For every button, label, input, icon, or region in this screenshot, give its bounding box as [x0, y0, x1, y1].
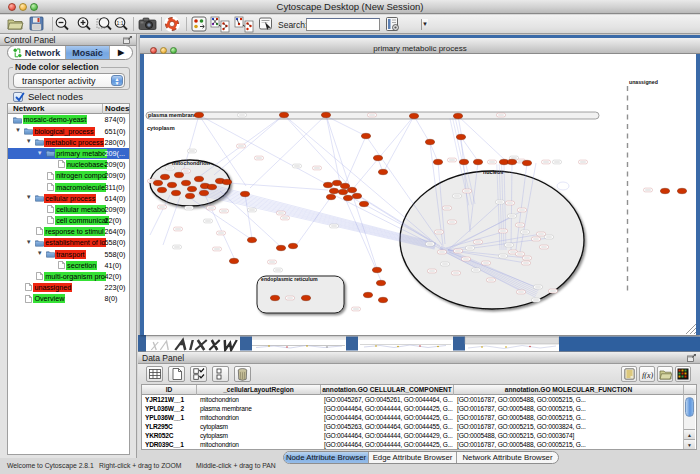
network-node[interactable]	[247, 237, 256, 242]
attribute-table-button[interactable]	[146, 366, 163, 382]
network-node[interactable]	[453, 113, 462, 118]
table-cell[interactable]: [GO:0016787, GO:0005488, GO:0005215, G..…	[454, 404, 684, 413]
network-node[interactable]	[363, 292, 372, 297]
network-node[interactable]	[181, 180, 190, 185]
network-node[interactable]	[677, 188, 686, 193]
network-node[interactable]	[194, 112, 203, 117]
zoom-selected-region-button[interactable]	[96, 16, 113, 33]
tree-row[interactable]: ▼transport558(0)	[8, 248, 129, 259]
tree-row-label[interactable]: metabolic process	[44, 138, 104, 147]
network-node[interactable]	[194, 176, 203, 181]
open-attribute-file-button[interactable]	[657, 366, 673, 382]
tree-row[interactable]: response to stimul264(0)	[8, 226, 129, 237]
tree-row[interactable]: nucleobase-209(0)	[8, 159, 129, 170]
tree-row-label[interactable]: unassigned	[33, 283, 72, 292]
network-node[interactable]	[279, 112, 288, 117]
tree-row-label[interactable]: Overview	[33, 294, 65, 303]
select-attributes-button[interactable]	[190, 366, 207, 382]
search-dropdown-button[interactable]: ▼	[421, 19, 428, 30]
table-column-header[interactable]: annotation.GO CELLULAR_COMPONENT	[321, 385, 454, 395]
expand-arrow-icon[interactable]: ▼	[26, 239, 33, 246]
network-node[interactable]	[343, 195, 352, 200]
network-node[interactable]	[352, 193, 361, 198]
network-node[interactable]	[459, 159, 468, 164]
tree-row[interactable]: macromolecule311(0)	[8, 181, 129, 192]
tree-row-label[interactable]: nitrogen compo	[55, 171, 107, 180]
table-row[interactable]: YLR295Ccytoplasm[GO:0045263, GO:0044464,…	[142, 422, 696, 431]
tab-node-attribute-browser[interactable]: Node Attribute Browser	[284, 452, 369, 463]
tab-mosaic[interactable]: Mosaic	[66, 46, 110, 59]
network-node[interactable]	[288, 243, 297, 248]
network-node[interactable]	[332, 180, 341, 185]
network-node[interactable]	[473, 159, 482, 164]
table-cell[interactable]: [GO:0016787, GO:0005488, GO:0005215, G..…	[454, 440, 684, 449]
annotation-button[interactable]	[258, 16, 274, 33]
tree-row-label[interactable]: secretion	[66, 261, 97, 270]
network-node[interactable]	[171, 190, 180, 195]
tab-network[interactable]: Network	[8, 46, 66, 59]
network-node[interactable]	[229, 258, 238, 263]
table-cell[interactable]: [GO:0045263, GO:0044464, GO:0044455, G..…	[321, 422, 454, 431]
delete-attribute-button[interactable]	[234, 366, 251, 382]
network-node[interactable]	[321, 112, 330, 117]
new-network-selected-nodes-edges-button[interactable]	[234, 16, 254, 33]
tab-edge-attribute-browser[interactable]: Edge Attribute Browser	[369, 452, 457, 463]
network-node[interactable]	[167, 182, 176, 187]
table-cell[interactable]: YDR039C__1	[142, 440, 197, 449]
table-cell[interactable]: cytoplasm	[197, 422, 321, 431]
table-cell[interactable]: [GO:0044464, GO:0044444, GO:0044425, G..…	[321, 440, 454, 449]
snapshot-button[interactable]	[138, 16, 157, 33]
tree-row-label[interactable]: multi-organism pro	[44, 272, 106, 281]
network-node[interactable]	[185, 193, 194, 198]
tree-column-network[interactable]: Network	[13, 104, 45, 113]
open-file-button[interactable]	[7, 16, 24, 33]
table-column-header[interactable]: annotation.GO MOLECULAR_FUNCTION	[454, 385, 684, 395]
zoom-actual-size-button[interactable]: 1:1	[113, 16, 129, 33]
tree-row-label[interactable]: primary metabo	[55, 149, 107, 158]
search-options-button[interactable]	[385, 16, 400, 33]
network-node[interactable]	[301, 295, 310, 300]
tree-row[interactable]: ▼cellular process614(0)	[8, 192, 129, 203]
table-cell[interactable]: YLR295C	[142, 422, 197, 431]
table-cell[interactable]: YPL036W__1	[142, 413, 197, 422]
new-attribute-button[interactable]	[168, 366, 185, 382]
network-node[interactable]	[329, 188, 338, 193]
network-node[interactable]	[323, 182, 332, 187]
table-cell[interactable]: YKR052C	[142, 431, 197, 440]
help-button[interactable]	[164, 16, 180, 33]
tree-row[interactable]: Overview8(0)	[8, 293, 129, 304]
zoom-in-button[interactable]	[76, 16, 92, 33]
tab-overflow-button[interactable]: ▶	[110, 46, 132, 59]
table-row[interactable]: YDR039C__1mitochondrion[GO:0044464, GO:0…	[142, 440, 696, 449]
network-window-titlebar[interactable]: primary metabolic process	[140, 35, 700, 54]
network-node[interactable]	[174, 172, 183, 177]
network-node[interactable]	[425, 139, 434, 144]
tree-row-label[interactable]: cell communicat	[55, 216, 109, 225]
network-node[interactable]	[207, 184, 216, 189]
table-column-header[interactable]: _cellularLayoutRegion	[197, 385, 321, 395]
network-node[interactable]	[359, 201, 368, 206]
unselect-attributes-button[interactable]	[212, 366, 229, 382]
tree-column-nodes[interactable]: Nodes	[105, 104, 129, 113]
table-cell[interactable]: [GO:0016787, GO:0005488, GO:0005215, G..…	[454, 395, 684, 404]
network-node[interactable]	[522, 160, 531, 165]
network-node[interactable]	[270, 295, 279, 300]
network-node[interactable]	[378, 169, 387, 174]
network-node[interactable]	[160, 174, 169, 179]
tree-row-label[interactable]: cellular metabo	[55, 205, 106, 214]
network-node[interactable]	[433, 159, 442, 164]
table-cell[interactable]: mitochondrion	[197, 440, 321, 449]
table-row[interactable]: YKR052Ccytoplasm[GO:0044464, GO:0044444,…	[142, 431, 696, 440]
network-node[interactable]	[222, 179, 231, 184]
network-node[interactable]	[373, 155, 382, 160]
table-cell[interactable]: mitochondrion	[197, 413, 321, 422]
tree-row-label[interactable]: establishment of lo	[44, 238, 106, 247]
tree-row-label[interactable]: cellular process	[44, 194, 96, 203]
tree-row-label[interactable]: transport	[55, 250, 85, 259]
table-column-header[interactable]: ID	[142, 385, 197, 395]
tree-row-label[interactable]: macromolecule	[55, 183, 106, 192]
network-node[interactable]	[157, 187, 166, 192]
expand-arrow-icon[interactable]: ▼	[37, 250, 44, 257]
tab-network-attribute-browser[interactable]: Network Attribute Browser	[457, 452, 558, 463]
node-color-attribute-combo[interactable]: transporter activity ▲▼	[13, 73, 125, 88]
